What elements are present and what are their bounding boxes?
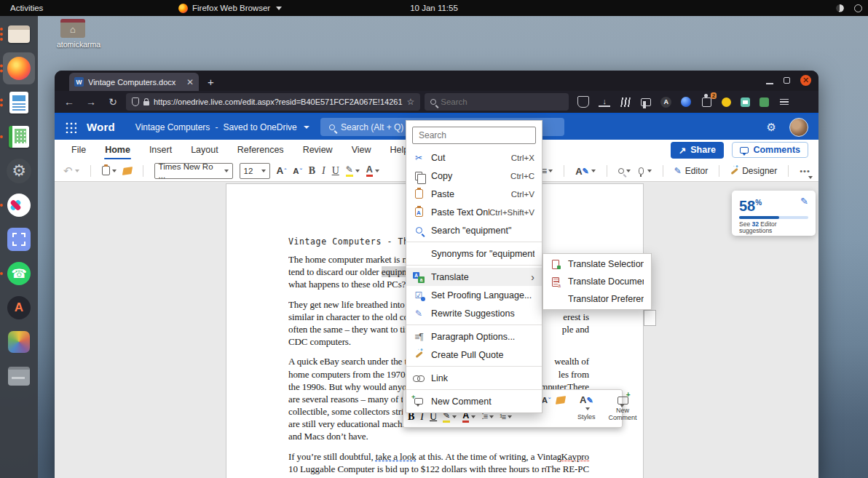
tab-view[interactable]: View — [342, 141, 381, 159]
highlight-button[interactable]: ✎ — [346, 164, 360, 177]
privacy-shield-icon[interactable] — [577, 96, 589, 108]
find-button[interactable] — [618, 168, 631, 174]
collapse-ribbon-chevron[interactable] — [808, 176, 813, 179]
new-tab-button[interactable]: + — [208, 76, 214, 88]
submenu-item-translate-selection[interactable]: Translate Selection — [543, 255, 651, 273]
bookmark-star-icon[interactable]: ☆ — [407, 97, 415, 107]
paste-button[interactable] — [102, 166, 117, 175]
menu-item-search-equipment[interactable]: Search "equipment" — [406, 221, 542, 239]
editor-suggestions-link[interactable]: See 32 Editor suggestions — [739, 221, 790, 234]
font-color-button[interactable]: A — [366, 164, 379, 177]
font-name-select[interactable]: Times New Ro ... — [154, 163, 233, 179]
tab-references[interactable]: References — [228, 141, 293, 159]
app-launcher-waffle-icon[interactable] — [65, 122, 76, 133]
menu-item-create-pull-quote[interactable]: Create Pull Quote — [406, 346, 542, 364]
extension-icon-yellow[interactable] — [722, 97, 731, 107]
browser-tab[interactable]: W Vintage Computers.docx ✕ — [69, 73, 199, 91]
document-title-bar[interactable]: Vintage Computers - Saved to OneDrive — [135, 122, 309, 132]
forward-button[interactable]: → — [82, 96, 100, 108]
new-comment-button[interactable]: New Comment — [604, 390, 642, 427]
menu-item-set-proofing-language[interactable]: ☑Set Proofing Language... — [406, 286, 542, 304]
save-status[interactable]: Saved to OneDrive — [223, 122, 296, 132]
menu-hamburger-icon[interactable] — [778, 96, 790, 108]
dictate-button[interactable] — [637, 167, 652, 175]
browser-search-input[interactable] — [441, 97, 528, 106]
share-button[interactable]: ↗ Share — [671, 142, 724, 159]
submenu-item-translate-document[interactable]: Translate Document — [543, 273, 651, 290]
settings-gear-icon[interactable]: ⚙ — [767, 121, 776, 134]
dock-item-screenshot[interactable] — [3, 223, 35, 255]
editor-score-card[interactable]: 58% ✎ See 32 Editor suggestions — [732, 191, 816, 236]
shrink-font-button[interactable]: Aˇ — [293, 167, 301, 175]
document-title[interactable]: Vintage Computers — [135, 122, 210, 132]
context-menu-search-input[interactable] — [419, 130, 529, 140]
dock-item-whatsapp[interactable]: ☎ — [3, 258, 35, 290]
desktop-folder-atomickarma[interactable]: atomickarma — [57, 19, 89, 49]
clock[interactable]: 10 Jan 11:55 — [0, 4, 868, 12]
dock-item-app-a[interactable]: A — [3, 292, 35, 324]
dock-item-drive[interactable] — [3, 360, 35, 392]
dock-item-files[interactable] — [3, 18, 35, 50]
tray-status-icon[interactable] — [836, 4, 844, 12]
font-size-select[interactable]: 12 — [240, 163, 270, 179]
line-spacing-button[interactable]: ≡ — [541, 165, 553, 177]
menu-item-cut[interactable]: ✂CutCtrl+X — [406, 148, 542, 167]
reload-button[interactable]: ↻ — [104, 96, 122, 108]
browser-search-bar[interactable] — [425, 93, 569, 111]
dock-item-libreoffice-calc[interactable] — [3, 121, 35, 153]
downloads-icon[interactable]: ↓ — [599, 97, 610, 107]
editor-button[interactable]: ✎Editor — [674, 166, 708, 176]
underline-button[interactable]: U — [332, 165, 339, 177]
menu-item-synonyms[interactable]: Synonyms for "equipment" — [406, 244, 542, 263]
menu-item-paste[interactable]: PasteCtrl+V — [406, 185, 542, 203]
account-icon[interactable]: A — [660, 97, 671, 108]
bullet-list-button[interactable]: ⁚≡ — [481, 412, 494, 421]
grammar-suggestion[interactable]: take a look — [376, 451, 417, 462]
tab-file[interactable]: File — [62, 141, 95, 159]
menu-item-paragraph-options[interactable]: ≡¶Paragraph Options... — [406, 327, 542, 346]
tab-insert[interactable]: Insert — [140, 141, 181, 159]
dock-item-firefox[interactable] — [3, 52, 35, 84]
sync-extension-icon[interactable] — [681, 97, 691, 107]
submenu-item-translator-preferences[interactable]: Translator Preferences... — [543, 290, 651, 308]
url-text[interactable]: https://onedrive.live.com/edit.aspx?resi… — [154, 97, 403, 106]
extensions-puzzle-icon[interactable] — [702, 97, 711, 107]
url-bar[interactable]: https://onedrive.live.com/edit.aspx?resi… — [126, 93, 420, 111]
ribbon-more-button[interactable]: ••• — [800, 167, 810, 175]
format-painter-icon[interactable] — [556, 396, 566, 405]
grow-font-button[interactable]: Aˆ — [277, 165, 287, 176]
styles-button[interactable]: A✎ Styles — [572, 390, 601, 427]
word-app-name[interactable]: Word — [87, 121, 115, 133]
tray-power-icon[interactable] — [854, 4, 862, 12]
undo-button[interactable]: ↶ — [63, 164, 79, 178]
menu-item-paste-text-only[interactable]: APaste Text OnlyCtrl+Shift+V — [406, 203, 542, 221]
extension-icon-teal[interactable] — [741, 97, 750, 107]
designer-button[interactable]: Designer — [730, 166, 777, 176]
shrink-font-button[interactable]: Aˇ — [542, 396, 551, 405]
library-icon[interactable] — [620, 97, 631, 107]
menu-item-link[interactable]: Link — [406, 369, 542, 387]
minimize-button[interactable] — [766, 83, 773, 84]
lock-icon[interactable] — [143, 101, 149, 105]
context-menu-search[interactable] — [412, 127, 536, 144]
spelling-suggestion[interactable]: Kaypro — [561, 450, 589, 463]
italic-button[interactable]: I — [322, 165, 326, 177]
scrollbar-thumb[interactable] — [644, 310, 656, 326]
numbered-list-button[interactable]: ¹≡ — [500, 413, 512, 421]
bold-button[interactable]: B — [309, 165, 315, 177]
maximize-button[interactable] — [784, 77, 790, 84]
dock-item-settings[interactable]: ⚙ — [3, 155, 35, 187]
styles-button[interactable]: A✎ — [575, 166, 596, 177]
menu-item-new-comment[interactable]: New Comment — [406, 392, 542, 410]
sidebar-icon[interactable] — [641, 98, 651, 106]
tab-review[interactable]: Review — [293, 141, 342, 159]
menu-item-copy[interactable]: CopyCtrl+C — [406, 167, 542, 185]
dock-item-slack[interactable] — [3, 189, 35, 221]
extension-icon-green[interactable] — [760, 97, 769, 107]
format-painter-button[interactable] — [123, 167, 132, 175]
dock-item-libreoffice-writer[interactable] — [3, 87, 35, 119]
tab-layout[interactable]: Layout — [181, 141, 228, 159]
menu-item-rewrite-suggestions[interactable]: ✎Rewrite Suggestions — [406, 304, 542, 322]
back-button[interactable]: ← — [60, 96, 78, 108]
account-avatar[interactable] — [789, 118, 808, 137]
